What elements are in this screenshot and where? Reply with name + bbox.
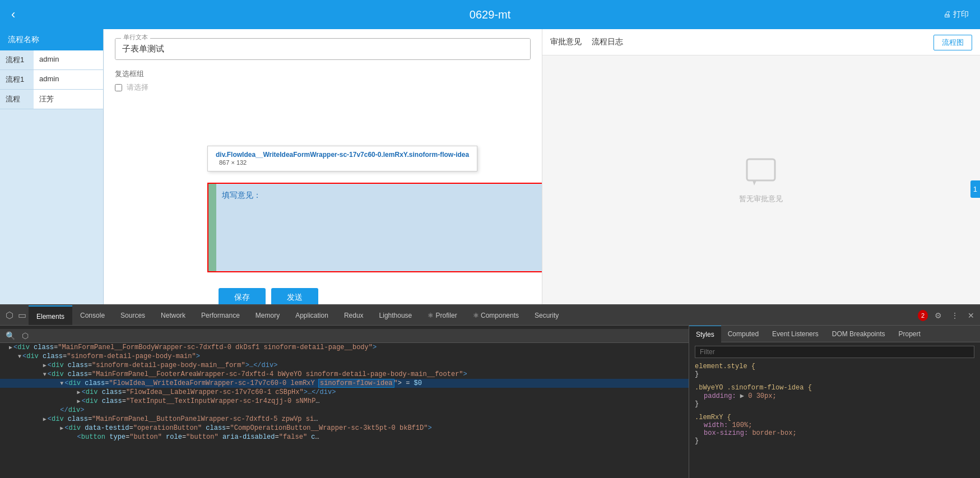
right-panel: 审批意见 流程日志 流程图 暂无审批意见 1: [542, 29, 981, 304]
html-line-10[interactable]: ▶<div data-testid="operationButton" clas…: [0, 424, 689, 433]
css-rule-bwyeyo: .bWyeYO .sinoform-flow-idea { padding: ▶…: [695, 384, 974, 408]
close-devtools-icon[interactable]: ✕: [965, 310, 977, 321]
devtools-tab-redux[interactable]: Redux: [336, 305, 371, 326]
green-bar-left: [207, 184, 216, 271]
top-bar: ‹ 0629-mt 🖨 打印: [0, 0, 980, 29]
styles-filter-input[interactable]: [695, 346, 974, 358]
devtools-right-icons: 2 ⚙ ⋮ ✕: [918, 310, 977, 321]
html-line-11[interactable]: <button type="button" role="button" aria…: [0, 433, 325, 442]
devtools-tab-network[interactable]: Network: [153, 305, 193, 326]
checkbox-group-field: 复选框组 请选择: [115, 69, 531, 92]
devtools-tabs: ⬡ ▭ Elements Console Sources Network Per…: [0, 305, 980, 326]
devtools-tab-components[interactable]: ⚛ Components: [465, 305, 527, 326]
devtools-tree-toolbar: 🔍 ⬡: [0, 329, 689, 343]
blue-badge[interactable]: 1: [970, 180, 980, 198]
devtools-panel: ⬡ ▭ Elements Console Sources Network Per…: [0, 304, 980, 478]
css-rule-lemrxy: .lemRxY { width: 100%; box-sizing: borde…: [695, 414, 974, 445]
comment-icon: [744, 156, 778, 187]
save-button[interactable]: 保存: [219, 288, 266, 304]
html-line-5-highlighted[interactable]: ▼<div class="FlowIdea__WriteIdeaFormWrap…: [0, 379, 689, 388]
action-buttons: 保存 发送: [207, 281, 542, 304]
devtools-tab-application[interactable]: Application: [287, 305, 336, 326]
more-icon[interactable]: ⋮: [949, 310, 961, 321]
settings-icon[interactable]: ⚙: [932, 310, 944, 321]
sidebar-header-process: 流程名称: [0, 29, 103, 50]
css-rule-element: element.style { }: [695, 363, 974, 378]
svg-rect-0: [747, 159, 775, 180]
html-line-9[interactable]: ▶<div class="MainFormPanel__ButtonPanelW…: [0, 415, 325, 424]
print-button[interactable]: 🖨 打印: [943, 10, 969, 20]
styles-tab-dom-breakpoints[interactable]: DOM Breakpoints: [825, 326, 892, 342]
tab-flow-btn[interactable]: 流程图: [933, 35, 972, 50]
devtools-tab-profiler[interactable]: ⚛ Profiler: [420, 305, 465, 326]
tab-log[interactable]: 流程日志: [592, 37, 623, 53]
styles-tab-event-listeners[interactable]: Event Listeners: [765, 326, 825, 342]
devtools-tab-console[interactable]: Console: [72, 305, 113, 326]
devtools-tab-elements[interactable]: Elements: [29, 305, 72, 326]
opinion-label: 填写意见：: [222, 191, 261, 201]
styles-tab-properties[interactable]: Propert: [891, 326, 927, 342]
html-line-8[interactable]: </div>: [0, 406, 689, 415]
devtools-tab-performance[interactable]: Performance: [193, 305, 248, 326]
html-line-6[interactable]: ▶<div class="FlowIdea__LabelWrapper-sc-1…: [0, 388, 689, 397]
checkbox-placeholder: 请选择: [127, 82, 148, 92]
html-line-7[interactable]: ▶<div class="TextInput__TextInputWrapper…: [0, 397, 325, 406]
html-tree: 🔍 ⬡ ▶<div class="MainFormPanel__FormBody…: [0, 326, 689, 478]
page-title: 0629-mt: [470, 8, 510, 21]
html-line-3[interactable]: ▶<div class="sinoform-detail-page-body-m…: [0, 361, 689, 370]
devtools-body: 🔍 ⬡ ▶<div class="MainFormPanel__FormBody…: [0, 326, 980, 478]
sidebar-label-1: 流程1: [0, 70, 34, 89]
devtools-device-icon[interactable]: ▭: [16, 309, 29, 322]
checkbox-label: 复选框组: [115, 69, 531, 79]
send-button[interactable]: 发送: [271, 288, 318, 304]
devtools-tab-lighthouse[interactable]: Lighthouse: [371, 305, 420, 326]
single-text-label: 单行文本: [121, 33, 150, 41]
devtools-inspect-icon[interactable]: ⬡: [3, 309, 16, 322]
devtools-tab-memory[interactable]: Memory: [248, 305, 287, 326]
sidebar-label-0: 流程1: [0, 50, 34, 69]
sidebar-label-2: 流程: [0, 90, 34, 109]
element-class-name: div.FlowIdea__WriteIdeaFormWrapper-sc-17…: [216, 151, 469, 159]
right-tabs: 审批意见 流程日志 流程图: [542, 29, 981, 55]
styles-tabs: Styles Computed Event Listeners DOM Brea…: [689, 326, 980, 342]
center-panel: 单行文本 复选框组 请选择 div.FlowIdea__WriteIdeaFor…: [104, 29, 542, 304]
element-tooltip: div.FlowIdea__WriteIdeaFormWrapper-sc-17…: [207, 146, 477, 171]
back-button[interactable]: ‹: [11, 7, 15, 22]
single-text-field: 单行文本: [115, 38, 531, 60]
breakpoint-icon[interactable]: ⬡: [20, 330, 31, 341]
html-line-1[interactable]: ▶<div class="MainFormPanel__FormBodyWrap…: [0, 343, 689, 352]
right-content: 暂无审批意见: [542, 55, 981, 304]
tab-approval[interactable]: 审批意见: [550, 37, 582, 53]
styles-content: element.style { } .bWyeYO .sinoform-flow…: [689, 342, 980, 478]
styles-tab-computed[interactable]: Computed: [721, 326, 765, 342]
html-line-2[interactable]: ▼<div class="sinoform-detail-page-body-m…: [0, 352, 689, 361]
single-text-input[interactable]: [115, 39, 530, 59]
svg-marker-1: [753, 180, 756, 185]
highlight-overlay: 填写意见： 常用意见 保存常用意见: [207, 183, 542, 272]
styles-tab-styles[interactable]: Styles: [689, 326, 721, 342]
html-line-4[interactable]: ▼<div class="MainFormPanel__FooterAreaWr…: [0, 370, 689, 379]
error-badge: 2: [918, 310, 928, 321]
sidebar-value-2: 汪芳: [34, 90, 103, 109]
styles-panel: Styles Computed Event Listeners DOM Brea…: [689, 326, 980, 478]
checkbox-item-1[interactable]: [115, 84, 122, 91]
devtools-tab-sources[interactable]: Sources: [113, 305, 153, 326]
element-size: 867 × 132: [219, 159, 247, 166]
left-sidebar: 流程名称 流程1 admin 流程1 admin 流程 汪芳: [0, 29, 104, 304]
sidebar-value-1: admin: [34, 70, 103, 89]
sidebar-value-0: admin: [34, 50, 103, 69]
devtools-tab-security[interactable]: Security: [527, 305, 566, 326]
search-html-icon[interactable]: 🔍: [3, 330, 17, 341]
no-comment-text: 暂无审批意见: [739, 194, 783, 204]
